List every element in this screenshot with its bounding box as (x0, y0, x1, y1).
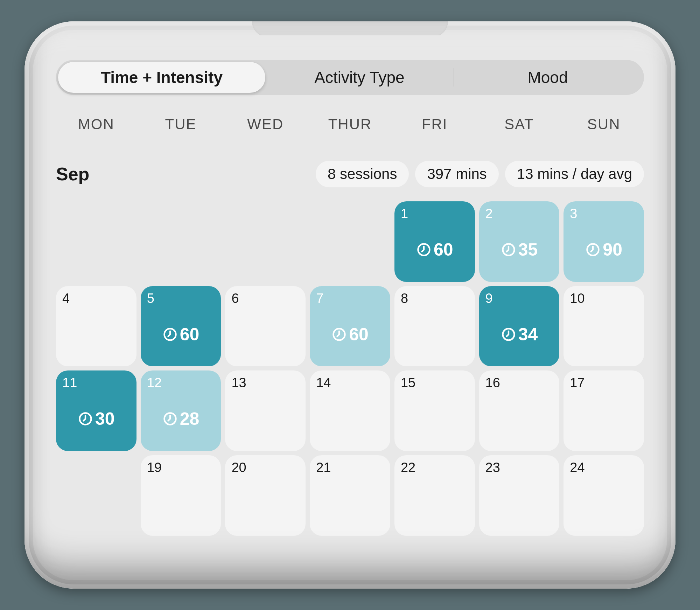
day-number: 16 (485, 375, 553, 390)
day-minutes: 34 (479, 324, 560, 345)
calendar-cell-23[interactable]: 23 (479, 455, 560, 536)
day-number: 13 (231, 375, 299, 390)
day-number: 19 (147, 460, 215, 475)
month-label: Sep (56, 164, 309, 185)
day-number: 23 (485, 460, 553, 475)
calendar-cell-19[interactable]: 19 (141, 455, 221, 536)
month-stats-row: Sep 8 sessions 397 mins 13 mins / day av… (52, 161, 648, 201)
calendar-cell-5[interactable]: 560 (141, 286, 221, 367)
calendar-cell-7[interactable]: 760 (310, 286, 390, 367)
calendar-cell-20[interactable]: 20 (225, 455, 306, 536)
clock-icon (501, 327, 516, 342)
calendar-cell-blank (141, 201, 221, 282)
day-number: 1 (401, 206, 469, 221)
device-frame: Time + IntensityActivity TypeMood MONTUE… (24, 21, 676, 589)
weekday-mon: MON (56, 116, 136, 133)
calendar-cell-11[interactable]: 1130 (56, 370, 136, 451)
calendar-cell-21[interactable]: 21 (310, 455, 390, 536)
device-notch (252, 21, 448, 37)
clock-icon (78, 411, 93, 427)
clock-icon (416, 242, 432, 257)
day-number: 6 (231, 291, 299, 306)
calendar-cell-13[interactable]: 13 (225, 370, 306, 451)
calendar-cell-blank (56, 455, 136, 536)
calendar-cell-24[interactable]: 24 (564, 455, 644, 536)
day-number: 20 (231, 460, 299, 475)
calendar-cell-blank (56, 201, 136, 282)
weekday-header: MONTUEWEDTHURFRISATSUN (52, 116, 648, 133)
day-number: 15 (401, 375, 469, 390)
weekday-wed: WED (225, 116, 306, 133)
calendar-cell-8[interactable]: 8 (394, 286, 475, 367)
day-number: 10 (570, 291, 638, 306)
day-number: 2 (485, 206, 553, 221)
calendar-cell-6[interactable]: 6 (225, 286, 306, 367)
clock-icon (331, 327, 347, 342)
weekday-sat: SAT (479, 116, 560, 133)
calendar-cell-14[interactable]: 14 (310, 370, 390, 451)
stats-pills: 8 sessions 397 mins 13 mins / day avg (316, 161, 644, 187)
weekday-sun: SUN (564, 116, 644, 133)
segmented-control: Time + IntensityActivity TypeMood (56, 60, 644, 95)
calendar-cell-22[interactable]: 22 (394, 455, 475, 536)
weekday-thur: THUR (310, 116, 390, 133)
day-number: 24 (570, 460, 638, 475)
day-number: 21 (316, 460, 384, 475)
weekday-tue: TUE (141, 116, 221, 133)
daily-avg-pill: 13 mins / day avg (505, 161, 644, 187)
day-minutes: 60 (141, 324, 221, 345)
clock-icon (585, 242, 601, 257)
day-number: 14 (316, 375, 384, 390)
clock-icon (501, 242, 516, 257)
day-minutes: 28 (141, 409, 221, 429)
day-minutes: 30 (56, 409, 136, 429)
day-number: 3 (570, 206, 638, 221)
day-minutes: 35 (479, 240, 560, 260)
day-number: 11 (62, 375, 130, 390)
clock-icon (162, 327, 178, 342)
calendar-cell-17[interactable]: 17 (564, 370, 644, 451)
day-number: 9 (485, 291, 553, 306)
calendar-cell-2[interactable]: 235 (479, 201, 560, 282)
day-number: 17 (570, 375, 638, 390)
calendar-cell-9[interactable]: 934 (479, 286, 560, 367)
day-minutes: 90 (564, 240, 644, 260)
day-number: 7 (316, 291, 384, 306)
tab-time-intensity[interactable]: Time + Intensity (58, 62, 265, 93)
clock-icon (162, 411, 178, 427)
day-minutes: 60 (394, 240, 475, 260)
weekday-fri: FRI (394, 116, 475, 133)
calendar-cell-3[interactable]: 390 (564, 201, 644, 282)
tab-activity-type[interactable]: Activity Type (265, 62, 454, 93)
day-number: 22 (401, 460, 469, 475)
calendar-cell-15[interactable]: 15 (394, 370, 475, 451)
calendar-grid: 1602353904560676089341011301228131415161… (52, 201, 648, 536)
calendar-cell-10[interactable]: 10 (564, 286, 644, 367)
tab-mood[interactable]: Mood (454, 62, 642, 93)
day-minutes: 60 (310, 324, 390, 345)
day-number: 5 (147, 291, 215, 306)
calendar-cell-4[interactable]: 4 (56, 286, 136, 367)
calendar-cell-16[interactable]: 16 (479, 370, 560, 451)
calendar-cell-1[interactable]: 160 (394, 201, 475, 282)
calendar-cell-blank (225, 201, 306, 282)
day-number: 8 (401, 291, 469, 306)
day-number: 12 (147, 375, 215, 390)
calendar-cell-12[interactable]: 1228 (141, 370, 221, 451)
app-screen: Time + IntensityActivity TypeMood MONTUE… (38, 35, 662, 575)
sessions-pill: 8 sessions (316, 161, 409, 187)
calendar-cell-blank (310, 201, 390, 282)
total-mins-pill: 397 mins (415, 161, 498, 187)
day-number: 4 (62, 291, 130, 306)
